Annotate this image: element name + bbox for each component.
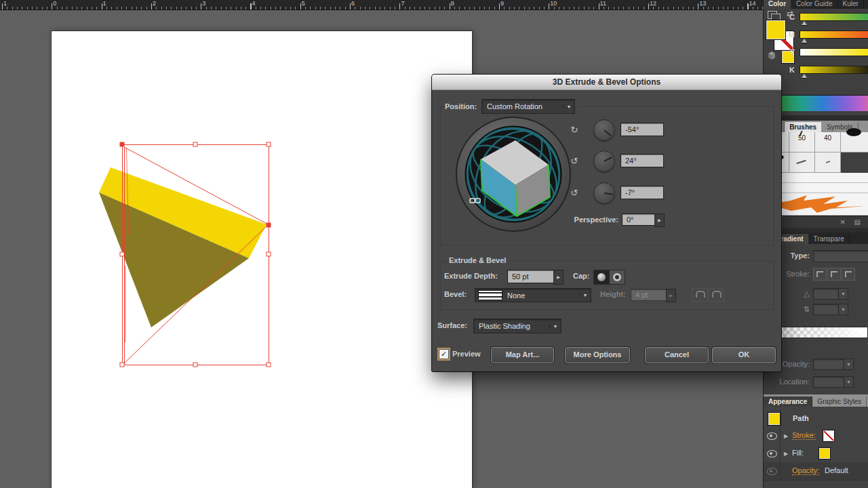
- rotate-y-input[interactable]: 24°: [620, 154, 664, 167]
- visibility-eye-icon[interactable]: [767, 468, 777, 475]
- cap-solid-button[interactable]: [593, 270, 610, 285]
- rotate-z-knob[interactable]: [593, 182, 615, 204]
- chevron-down-icon: ▼: [549, 324, 561, 329]
- brush-item[interactable]: 40: [815, 132, 841, 152]
- appearance-row-path[interactable]: Path: [764, 409, 868, 428]
- stroke-none-swatch[interactable]: [823, 430, 834, 441]
- tab-transparency[interactable]: Transpare: [809, 234, 850, 244]
- gradient-angle-input[interactable]: [813, 288, 839, 300]
- position-dropdown[interactable]: Custom Rotation ▼: [481, 99, 575, 114]
- extrude-depth-stepper[interactable]: ▶: [553, 270, 564, 285]
- yellow-slider[interactable]: [800, 48, 868, 56]
- preview-checkbox[interactable]: ✓: [439, 349, 449, 359]
- new-brush-icon[interactable]: ▤: [854, 218, 861, 226]
- rotate-y-knob[interactable]: [593, 150, 615, 172]
- cap-label: Cap:: [573, 272, 589, 280]
- tab-brushes[interactable]: Brushes: [785, 122, 822, 132]
- gradient-type-dropdown[interactable]: [813, 250, 868, 262]
- chevron-down-icon: ▼: [579, 293, 591, 298]
- extrude-depth-input[interactable]: 50 pt: [507, 270, 557, 283]
- brush-mark: [826, 161, 830, 163]
- surface-dropdown[interactable]: Plastic Shading ▼: [473, 319, 561, 333]
- more-options-button[interactable]: More Options: [565, 347, 630, 363]
- ok-button[interactable]: OK: [712, 347, 776, 363]
- rotate-y-axis-icon: ↺: [568, 156, 580, 166]
- fill-proxy-swatch[interactable]: [766, 20, 785, 39]
- ruler-label: 14: [749, 0, 756, 7]
- rotate-x-input[interactable]: -54°: [620, 123, 664, 136]
- rotate-x-knob[interactable]: [593, 119, 615, 141]
- ruler-label: 0: [53, 0, 56, 7]
- rotate-z-input[interactable]: -7°: [620, 186, 664, 199]
- tab-graphic-styles[interactable]: Graphic Styles: [812, 396, 867, 407]
- fill-attribute-label: Fill:: [792, 449, 804, 457]
- cancel-button[interactable]: Cancel: [645, 347, 709, 363]
- fill-color-swatch[interactable]: [819, 448, 830, 459]
- chevron-down-icon[interactable]: ▼: [844, 359, 854, 370]
- cap-solid-icon: [597, 273, 606, 281]
- tab-appearance[interactable]: Appearance: [764, 396, 812, 407]
- perspective-stepper[interactable]: ▶: [654, 214, 665, 227]
- stroke-across-button[interactable]: [842, 268, 855, 281]
- tab-color-guide[interactable]: Color Guide: [791, 0, 837, 9]
- cyan-slider-thumb[interactable]: [802, 21, 807, 25]
- ruler-major-ticks: [0, 3, 763, 9]
- tab-kuler[interactable]: Kuler: [837, 0, 863, 9]
- channel-label-y: Y: [785, 48, 795, 56]
- rotate-z-axis-icon: ↺: [568, 188, 580, 198]
- magenta-slider-thumb[interactable]: [802, 39, 807, 43]
- artboard[interactable]: [51, 30, 473, 488]
- ruler-label: 4: [252, 0, 256, 7]
- perspective-label: Perspective:: [570, 216, 618, 224]
- chevron-down-icon[interactable]: ▼: [844, 376, 854, 388]
- extrude-bevel-group-label: Extrude & Bevel: [446, 256, 509, 264]
- gradient-location-input[interactable]: [813, 376, 844, 388]
- ruler-label: 8: [451, 0, 454, 7]
- appearance-row-stroke[interactable]: ▶ Stroke:: [764, 427, 868, 445]
- expand-triangle-icon[interactable]: ▶: [784, 433, 788, 439]
- magenta-slider[interactable]: [800, 30, 868, 39]
- appearance-panel-tabs: Appearance Graphic Styles: [764, 394, 868, 407]
- visibility-eye-icon[interactable]: [767, 432, 777, 440]
- black-slider[interactable]: [800, 66, 868, 74]
- ruler-label: 10: [550, 0, 557, 7]
- rotate-x-axis-icon: ↻: [568, 125, 580, 135]
- cyan-slider[interactable]: [800, 13, 868, 21]
- ruler-label: 9: [500, 0, 504, 7]
- ruler-label: 12: [650, 0, 656, 7]
- illustrator-window: { "ruler": { "labels": ["1","0","1","2",…: [0, 0, 868, 488]
- visibility-eye-icon[interactable]: [767, 450, 777, 458]
- appearance-row-fill[interactable]: ▶ Fill:: [764, 445, 868, 463]
- stroke-within-button[interactable]: [813, 268, 827, 281]
- brush-item[interactable]: [841, 132, 868, 152]
- gradient-reverse-icon: ⇅: [784, 305, 810, 314]
- opacity-attribute-link[interactable]: Opacity:: [792, 466, 819, 475]
- map-art-button[interactable]: Map Art...: [491, 347, 554, 363]
- brush-item[interactable]: [789, 152, 815, 173]
- stroke-along-button[interactable]: [827, 268, 841, 281]
- chevron-down-icon[interactable]: ▼: [838, 288, 848, 300]
- top-ruler[interactable]: 101234567891011121314: [0, 0, 763, 10]
- black-slider-thumb[interactable]: [802, 74, 807, 78]
- gradient-aspect-input[interactable]: [813, 304, 839, 315]
- appearance-row-opacity[interactable]: Opacity: Default: [764, 462, 868, 481]
- perspective-input[interactable]: 0°: [622, 214, 658, 226]
- tab-color[interactable]: Color: [764, 0, 791, 9]
- dialog-title-bar[interactable]: 3D Extrude & Bevel Options: [432, 75, 781, 90]
- bevel-dropdown[interactable]: None ▼: [475, 288, 591, 302]
- stroke-attribute-link[interactable]: Stroke:: [792, 431, 816, 440]
- ruler-label: 13: [699, 0, 706, 7]
- position-value: Custom Rotation: [482, 102, 563, 110]
- expand-triangle-icon[interactable]: ▶: [784, 451, 788, 457]
- brush-item[interactable]: [815, 152, 841, 173]
- gradient-opacity-input[interactable]: [813, 359, 844, 370]
- height-label: Height:: [600, 290, 626, 298]
- brush-mark: [796, 160, 806, 165]
- brush-item[interactable]: 50: [789, 132, 815, 152]
- rotation-trackball[interactable]: [455, 116, 572, 232]
- delete-brush-icon[interactable]: ✕: [840, 218, 846, 226]
- ruler-label: 1: [103, 0, 106, 7]
- cap-hollow-button[interactable]: [609, 270, 625, 285]
- chevron-down-icon[interactable]: ▼: [838, 304, 848, 315]
- bevel-swatch: [478, 290, 502, 300]
